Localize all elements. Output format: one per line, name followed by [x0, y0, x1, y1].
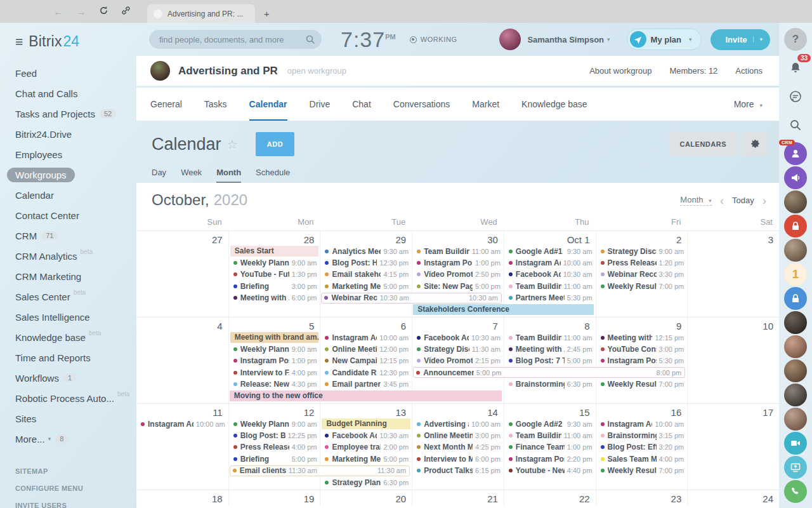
tab-drive[interactable]: Drive: [310, 88, 331, 121]
browser-tab[interactable]: Advertising and PR: ...: [147, 4, 255, 23]
calendar-event[interactable]: Google Ad#29:30 am: [506, 418, 595, 429]
screen-share-icon[interactable]: [784, 456, 807, 479]
calendar-event[interactable]: Instagram Post5:30 pm: [598, 356, 687, 366]
calendar-event[interactable]: Instagram Ad...10:00 am: [598, 418, 687, 429]
browser-back-icon[interactable]: ←: [53, 6, 63, 18]
avatar[interactable]: [784, 384, 807, 406]
today-button[interactable]: Today: [732, 196, 754, 205]
day-cell[interactable]: 28Sales StartWeekly Planni...9:00 amYouT…: [228, 231, 320, 317]
help-icon[interactable]: ?: [784, 28, 807, 51]
calendar-event[interactable]: Team Building11:00 am: [506, 281, 595, 291]
calendar-event[interactable]: Brainstorming6:30 pm: [506, 379, 595, 390]
workgroup-avatar[interactable]: [150, 61, 170, 81]
celebration-number-one-icon[interactable]: 1: [784, 263, 807, 286]
day-cell[interactable]: 10: [687, 318, 779, 403]
calendar-event[interactable]: Team Building11:00 am: [506, 430, 595, 441]
all-day-event[interactable]: Meeting with brand am...: [230, 332, 319, 343]
invite-button[interactable]: Invite ▾: [710, 29, 771, 50]
calendar-event[interactable]: Blog Post: Bu...12:25 pm: [231, 430, 320, 441]
day-cell[interactable]: 11Instagram Ad...10:00 am: [136, 404, 228, 490]
calendar-event[interactable]: YouTube - Fut...1:30 pm: [231, 269, 320, 280]
sidebar-item-crm[interactable]: CRM71: [15, 225, 136, 246]
next-month-arrow[interactable]: ›: [763, 194, 766, 206]
calendar-event[interactable]: Instagram Post2:20 pm: [506, 453, 595, 464]
new-tab-button[interactable]: +: [264, 8, 270, 19]
sidebar-item-workgroups[interactable]: Workgroups: [15, 164, 136, 185]
day-cell[interactable]: 23: [596, 490, 688, 506]
sidebar-item-feed[interactable]: Feed: [15, 63, 136, 83]
day-cell[interactable]: 18: [136, 490, 228, 506]
sidebar-item-time-and-reports[interactable]: Time and Reports: [15, 347, 136, 368]
view-tab-month[interactable]: Month: [216, 168, 241, 183]
browser-forward-icon[interactable]: →: [76, 6, 86, 18]
calendar-event[interactable]: Strategy Disc...11:30 am: [414, 344, 503, 354]
video-call-icon[interactable]: [784, 432, 807, 455]
day-cell[interactable]: 4: [136, 318, 228, 403]
hamburger-menu-icon[interactable]: ≡: [15, 34, 23, 50]
day-cell[interactable]: 20: [320, 490, 412, 506]
sidebar-item-chat-and-calls[interactable]: Chat and Calls: [15, 83, 136, 104]
search-input[interactable]: [149, 30, 322, 49]
tab-market[interactable]: Market: [472, 88, 499, 121]
calendar-event[interactable]: Interview to F...4:00 pm: [231, 367, 320, 378]
sidebar-item-workflows[interactable]: Workflows1: [15, 368, 136, 388]
calendar-event[interactable]: Instagram Post1:00 pm: [231, 356, 320, 366]
calendar-event[interactable]: Candidate Re...12:30 pm: [322, 367, 411, 378]
workgroup-link[interactable]: Members: 12: [669, 66, 717, 76]
tab-knowledge-base[interactable]: Knowledge base: [521, 88, 587, 121]
calendar-event[interactable]: Finance Team ...1:00 pm: [506, 442, 595, 453]
calendar-event[interactable]: Weekly Result...7:00 pm: [598, 465, 687, 476]
calendar-event[interactable]: Instagram Ad...10:00 am: [138, 418, 228, 429]
calendar-event[interactable]: Weekly Result...7:00 pm: [598, 281, 687, 291]
sidebar-item-tasks-and-projects[interactable]: Tasks and Projects52: [15, 104, 136, 124]
sidebar-item-crm-marketing[interactable]: CRM Marketing: [15, 266, 136, 286]
day-cell[interactable]: 16Instagram Ad...10:00 amBrainstorming3:…: [596, 404, 688, 490]
calendar-event[interactable]: Weekly Planni...9:00 am: [231, 257, 320, 268]
sidebar-item-sales-intelligence[interactable]: Sales Intelligence: [15, 307, 136, 327]
sidebar-item-contact-center[interactable]: Contact Center: [15, 205, 136, 225]
calendar-event[interactable]: Analytics Meet...9:30 am: [322, 246, 411, 257]
calendar-event[interactable]: Sales Team Me...4:00 pm: [598, 453, 687, 464]
tab-more[interactable]: More ▾: [734, 88, 763, 121]
user-avatar[interactable]: [499, 29, 521, 50]
sidebar-footer-link[interactable]: SITEMAP: [15, 463, 136, 480]
view-tab-day[interactable]: Day: [152, 168, 166, 183]
sidebar-item-employees[interactable]: Employees: [15, 144, 136, 164]
calendar-event[interactable]: Blog Post: Effe...3:20 pm: [598, 442, 687, 453]
search-icon[interactable]: [305, 34, 315, 47]
calendar-event[interactable]: Marketing Me...5:00 pm: [322, 453, 411, 464]
calendar-event[interactable]: Employee trai...2:00 pm: [322, 442, 411, 453]
sidebar-item-robotic-process-auto-[interactable]: Robotic Process Auto...beta: [15, 388, 136, 408]
announcement-megaphone-icon[interactable]: [784, 166, 807, 189]
phone-icon[interactable]: [784, 480, 807, 503]
tab-conversations[interactable]: Conversations: [393, 88, 450, 121]
notifications-bell-icon[interactable]: 33: [784, 57, 807, 79]
sidebar-item-more-[interactable]: More...▾8: [15, 429, 136, 449]
calendar-event[interactable]: Meeting with ...6:00 pm: [231, 293, 320, 304]
calendar-event[interactable]: Team Building11:00 am: [414, 246, 503, 257]
day-cell[interactable]: 3: [687, 231, 779, 317]
sidebar-footer-link[interactable]: CONFIGURE MENU: [15, 480, 136, 497]
calendar-event[interactable]: Video Promoti...2:15 pm: [414, 356, 503, 366]
browser-refresh-icon[interactable]: [99, 6, 108, 18]
avatar[interactable]: [784, 408, 807, 431]
calendar-event[interactable]: Press Release4:00 pm: [231, 442, 320, 453]
sidebar-footer-link[interactable]: INVITE USERS: [15, 497, 136, 508]
invite-chevron-icon[interactable]: ▾: [753, 36, 763, 43]
calendar-event[interactable]: Partners Meet...5:30 pm: [506, 293, 595, 304]
calendar-event[interactable]: Release: New ...4:30 pm: [231, 379, 320, 390]
favorite-star-icon[interactable]: ☆: [227, 137, 238, 152]
calendar-event[interactable]: Product Talks6:15 pm: [414, 465, 503, 476]
day-cell[interactable]: 14Advertising ai...10:00 amOnline Meetin…: [412, 404, 504, 490]
day-cell[interactable]: 2Strategy Discu...9:00 amPress Release1:…: [596, 231, 688, 317]
calendar-event[interactable]: Briefing5:00 pm: [231, 453, 320, 464]
day-cell[interactable]: 12Weekly Planni...9:00 amBlog Post: Bu..…: [228, 404, 320, 490]
calendar-event[interactable]: Meeting with ...2:45 pm: [506, 344, 595, 354]
all-day-event[interactable]: Budget Planning: [322, 418, 410, 429]
day-cell[interactable]: 29Analytics Meet...9:30 amBlog Post: Ho.…: [320, 231, 412, 317]
calendar-event[interactable]: Interview to M...6:00 pm: [414, 453, 503, 464]
avatar[interactable]: [784, 359, 807, 382]
calendar-event[interactable]: Blog Post: 7 Ti...5:00 pm: [506, 356, 595, 366]
calendar-event[interactable]: Video Promoti...2:50 pm: [414, 269, 503, 280]
sidebar-item-sites[interactable]: Sites: [15, 408, 136, 429]
